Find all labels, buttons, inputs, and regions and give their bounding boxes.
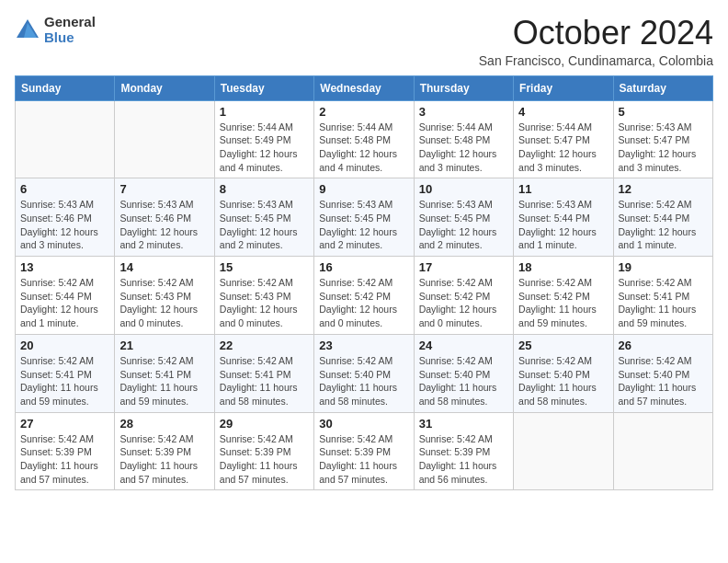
day-number: 20 [20, 339, 109, 352]
day-number: 19 [619, 260, 708, 274]
day-info: Sunrise: 5:42 AMSunset: 5:44 PMDaylight:… [20, 276, 109, 330]
day-info: Sunrise: 5:42 AMSunset: 5:42 PMDaylight:… [518, 276, 608, 330]
calendar-day-cell: 16Sunrise: 5:42 AMSunset: 5:42 PMDayligh… [314, 257, 414, 335]
day-number: 18 [518, 260, 608, 274]
day-info: Sunrise: 5:42 AMSunset: 5:39 PMDaylight:… [119, 432, 209, 487]
calendar-day-cell: 28Sunrise: 5:42 AMSunset: 5:39 PMDayligh… [115, 412, 214, 490]
month-title: October 2024 [479, 15, 713, 52]
day-number: 23 [319, 339, 408, 352]
day-info: Sunrise: 5:42 AMSunset: 5:41 PMDaylight:… [220, 354, 309, 408]
day-number: 7 [119, 182, 209, 196]
day-info: Sunrise: 5:42 AMSunset: 5:41 PMDaylight:… [119, 354, 209, 408]
day-number: 21 [119, 339, 209, 352]
day-number: 27 [20, 417, 109, 431]
calendar-day-cell: 18Sunrise: 5:42 AMSunset: 5:42 PMDayligh… [514, 257, 613, 335]
day-info: Sunrise: 5:43 AMSunset: 5:45 PMDaylight:… [319, 198, 408, 252]
day-number: 26 [619, 339, 708, 352]
day-number: 13 [20, 260, 109, 274]
calendar-day-cell: 4Sunrise: 5:44 AMSunset: 5:47 PMDaylight… [514, 100, 613, 178]
day-number: 4 [518, 105, 608, 119]
weekday-header: Friday [514, 75, 613, 100]
day-info: Sunrise: 5:42 AMSunset: 5:41 PMDaylight:… [20, 354, 109, 408]
logo-text: General Blue [44, 15, 96, 45]
logo-icon [15, 17, 40, 43]
day-number: 30 [319, 417, 408, 431]
calendar-day-cell [115, 100, 214, 178]
weekday-header: Sunday [16, 75, 115, 100]
day-number: 2 [319, 105, 408, 119]
calendar-day-cell: 6Sunrise: 5:43 AMSunset: 5:46 PMDaylight… [16, 178, 115, 257]
day-number: 22 [220, 339, 309, 352]
location-subtitle: San Francisco, Cundinamarca, Colombia [479, 53, 713, 68]
calendar-week-row: 27Sunrise: 5:42 AMSunset: 5:39 PMDayligh… [16, 412, 713, 490]
calendar-week-row: 20Sunrise: 5:42 AMSunset: 5:41 PMDayligh… [16, 334, 713, 412]
calendar-day-cell: 14Sunrise: 5:42 AMSunset: 5:43 PMDayligh… [115, 257, 214, 335]
day-number: 1 [220, 105, 309, 119]
calendar-day-cell [613, 412, 712, 490]
day-info: Sunrise: 5:44 AMSunset: 5:48 PMDaylight:… [419, 121, 508, 175]
calendar-day-cell: 23Sunrise: 5:42 AMSunset: 5:40 PMDayligh… [314, 334, 414, 412]
calendar-day-cell: 8Sunrise: 5:43 AMSunset: 5:45 PMDaylight… [214, 178, 313, 257]
calendar-day-cell: 26Sunrise: 5:42 AMSunset: 5:40 PMDayligh… [613, 334, 712, 412]
day-info: Sunrise: 5:42 AMSunset: 5:40 PMDaylight:… [319, 354, 408, 408]
day-number: 8 [220, 182, 309, 196]
day-number: 9 [319, 182, 408, 196]
calendar-day-cell: 22Sunrise: 5:42 AMSunset: 5:41 PMDayligh… [214, 334, 313, 412]
page-header: General Blue October 2024 San Francisco,… [15, 15, 713, 68]
calendar-header-row: SundayMondayTuesdayWednesdayThursdayFrid… [16, 75, 713, 100]
day-number: 16 [319, 260, 408, 274]
weekday-header: Thursday [414, 75, 513, 100]
calendar-day-cell: 24Sunrise: 5:42 AMSunset: 5:40 PMDayligh… [414, 334, 513, 412]
calendar-day-cell: 31Sunrise: 5:42 AMSunset: 5:39 PMDayligh… [414, 412, 513, 490]
title-block: October 2024 San Francisco, Cundinamarca… [479, 15, 713, 68]
day-number: 25 [518, 339, 608, 352]
calendar-day-cell: 13Sunrise: 5:42 AMSunset: 5:44 PMDayligh… [16, 257, 115, 335]
calendar-day-cell [514, 412, 613, 490]
logo-blue: Blue [44, 30, 96, 46]
day-number: 3 [419, 105, 508, 119]
calendar-week-row: 6Sunrise: 5:43 AMSunset: 5:46 PMDaylight… [16, 178, 713, 257]
day-info: Sunrise: 5:44 AMSunset: 5:47 PMDaylight:… [518, 121, 608, 175]
day-info: Sunrise: 5:42 AMSunset: 5:39 PMDaylight:… [220, 432, 309, 487]
weekday-header: Monday [115, 75, 214, 100]
day-info: Sunrise: 5:42 AMSunset: 5:39 PMDaylight:… [319, 432, 408, 487]
day-number: 31 [419, 417, 508, 431]
calendar-day-cell [16, 100, 115, 178]
day-info: Sunrise: 5:43 AMSunset: 5:45 PMDaylight:… [220, 198, 309, 252]
day-info: Sunrise: 5:43 AMSunset: 5:46 PMDaylight:… [119, 198, 209, 252]
day-number: 6 [20, 182, 109, 196]
calendar-week-row: 1Sunrise: 5:44 AMSunset: 5:49 PMDaylight… [16, 100, 713, 178]
logo: General Blue [15, 15, 96, 45]
day-number: 15 [220, 260, 309, 274]
day-number: 12 [619, 182, 708, 196]
day-info: Sunrise: 5:43 AMSunset: 5:47 PMDaylight:… [619, 121, 708, 175]
calendar-day-cell: 19Sunrise: 5:42 AMSunset: 5:41 PMDayligh… [613, 257, 712, 335]
calendar-day-cell: 2Sunrise: 5:44 AMSunset: 5:48 PMDaylight… [314, 100, 414, 178]
day-info: Sunrise: 5:42 AMSunset: 5:42 PMDaylight:… [419, 276, 508, 330]
calendar-day-cell: 3Sunrise: 5:44 AMSunset: 5:48 PMDaylight… [414, 100, 513, 178]
day-info: Sunrise: 5:42 AMSunset: 5:43 PMDaylight:… [119, 276, 209, 330]
calendar-table: SundayMondayTuesdayWednesdayThursdayFrid… [15, 75, 713, 491]
calendar-day-cell: 5Sunrise: 5:43 AMSunset: 5:47 PMDaylight… [613, 100, 712, 178]
day-info: Sunrise: 5:42 AMSunset: 5:40 PMDaylight:… [419, 354, 508, 408]
day-info: Sunrise: 5:44 AMSunset: 5:48 PMDaylight:… [319, 121, 408, 175]
day-info: Sunrise: 5:42 AMSunset: 5:43 PMDaylight:… [220, 276, 309, 330]
day-number: 29 [220, 417, 309, 431]
day-number: 11 [518, 182, 608, 196]
day-info: Sunrise: 5:42 AMSunset: 5:42 PMDaylight:… [319, 276, 408, 330]
day-number: 17 [419, 260, 508, 274]
calendar-week-row: 13Sunrise: 5:42 AMSunset: 5:44 PMDayligh… [16, 257, 713, 335]
day-info: Sunrise: 5:42 AMSunset: 5:41 PMDaylight:… [619, 276, 708, 330]
day-info: Sunrise: 5:43 AMSunset: 5:44 PMDaylight:… [518, 198, 608, 252]
day-info: Sunrise: 5:42 AMSunset: 5:40 PMDaylight:… [619, 354, 708, 408]
day-info: Sunrise: 5:42 AMSunset: 5:40 PMDaylight:… [518, 354, 608, 408]
weekday-header: Wednesday [314, 75, 414, 100]
day-number: 24 [419, 339, 508, 352]
calendar-day-cell: 12Sunrise: 5:42 AMSunset: 5:44 PMDayligh… [613, 178, 712, 257]
calendar-day-cell: 20Sunrise: 5:42 AMSunset: 5:41 PMDayligh… [16, 334, 115, 412]
day-number: 14 [119, 260, 209, 274]
day-info: Sunrise: 5:42 AMSunset: 5:39 PMDaylight:… [20, 432, 109, 487]
day-info: Sunrise: 5:43 AMSunset: 5:46 PMDaylight:… [20, 198, 109, 252]
day-number: 5 [619, 105, 708, 119]
logo-general: General [44, 15, 96, 30]
